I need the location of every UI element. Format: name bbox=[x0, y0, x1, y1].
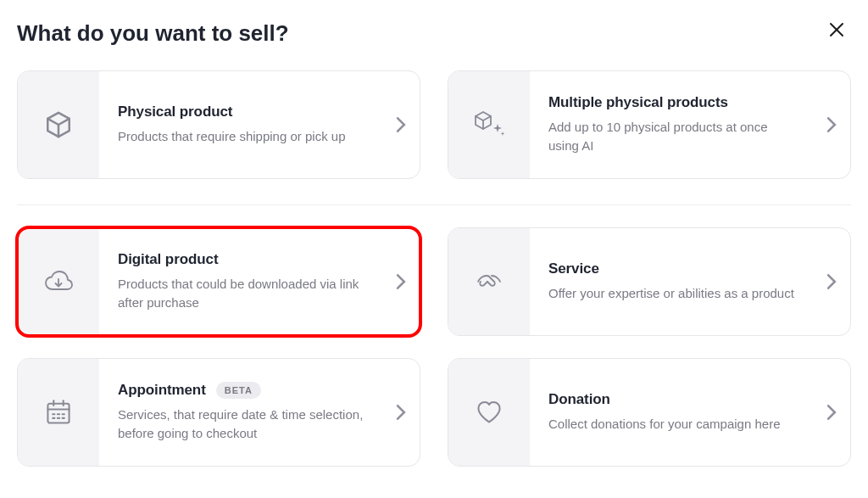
beta-badge: BETA bbox=[216, 382, 261, 399]
option-donation[interactable]: Donation Collect donations for your camp… bbox=[448, 358, 851, 467]
box-icon bbox=[18, 71, 99, 178]
option-title: Physical product bbox=[118, 104, 232, 120]
page-title: What do you want to sell? bbox=[17, 20, 289, 47]
section-divider bbox=[17, 204, 851, 205]
chevron-right-icon bbox=[382, 228, 420, 335]
close-icon bbox=[829, 22, 844, 37]
option-description: Collect donations for your campaign here bbox=[548, 415, 794, 434]
heart-icon bbox=[448, 359, 530, 466]
chevron-right-icon bbox=[813, 71, 850, 178]
option-title: Digital product bbox=[118, 251, 218, 268]
option-description: Add up to 10 physical products at once u… bbox=[548, 118, 794, 155]
option-description: Services, that require date & time selec… bbox=[118, 406, 364, 443]
option-digital-product[interactable]: Digital product Products that could be d… bbox=[17, 227, 420, 336]
close-button[interactable] bbox=[822, 20, 851, 42]
option-title: Multiple physical products bbox=[548, 94, 728, 111]
option-description: Offer your expertise or abilities as a p… bbox=[548, 284, 794, 303]
option-title: Service bbox=[548, 260, 599, 277]
option-title: Appointment bbox=[118, 382, 206, 399]
calendar-icon bbox=[18, 359, 99, 466]
chevron-right-icon bbox=[813, 228, 850, 335]
handshake-icon bbox=[448, 228, 530, 335]
option-physical-product[interactable]: Physical product Products that require s… bbox=[17, 70, 420, 179]
option-multiple-physical-products[interactable]: Multiple physical products Add up to 10 … bbox=[448, 70, 851, 179]
option-description: Products that require shipping or pick u… bbox=[118, 127, 364, 146]
options-grid: Physical product Products that require s… bbox=[17, 70, 851, 467]
option-description: Products that could be downloaded via li… bbox=[118, 275, 364, 312]
cloud-download-icon bbox=[18, 228, 99, 335]
svg-rect-2 bbox=[47, 404, 69, 423]
chevron-right-icon bbox=[382, 359, 420, 466]
option-service[interactable]: Service Offer your expertise or abilitie… bbox=[448, 227, 851, 336]
option-title: Donation bbox=[548, 391, 610, 408]
chevron-right-icon bbox=[382, 71, 420, 178]
chevron-right-icon bbox=[813, 359, 850, 466]
box-sparkle-icon bbox=[448, 71, 530, 178]
option-appointment[interactable]: Appointment BETA Services, that require … bbox=[17, 358, 420, 467]
